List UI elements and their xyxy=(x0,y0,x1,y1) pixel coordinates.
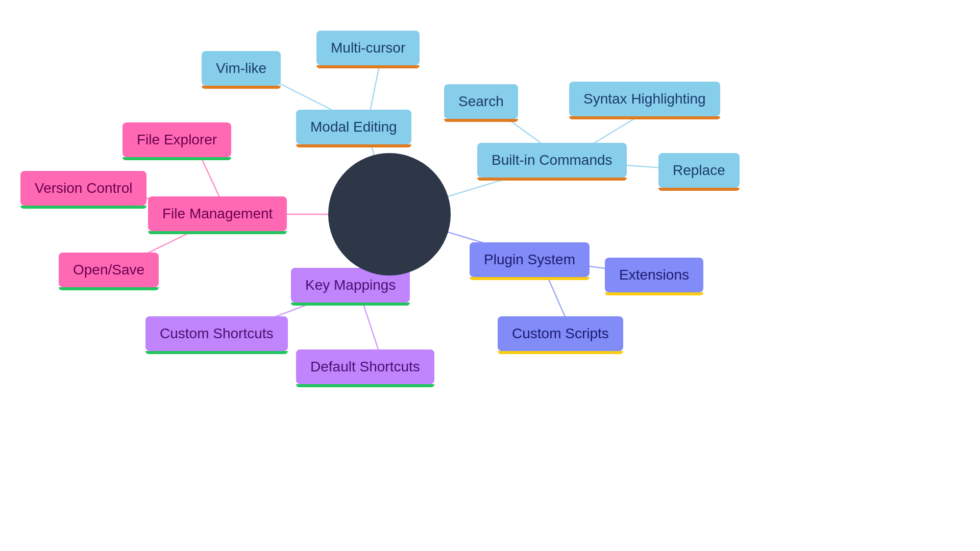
node-file_explorer: File Explorer xyxy=(122,122,231,157)
node-open_save: Open/Save xyxy=(59,253,159,287)
center-node xyxy=(328,153,451,276)
node-file_management: File Management xyxy=(148,196,287,231)
node-syntax_highlighting: Syntax Highlighting xyxy=(569,82,720,116)
node-plugin_system: Plugin System xyxy=(470,242,590,277)
node-search: Search xyxy=(444,84,518,119)
node-extensions: Extensions xyxy=(605,258,703,292)
node-replace: Replace xyxy=(658,153,740,188)
node-builtin_commands: Built-in Commands xyxy=(477,143,627,178)
node-vim_like: Vim-like xyxy=(202,51,281,86)
node-modal_editing: Modal Editing xyxy=(296,110,411,144)
node-default_shortcuts: Default Shortcuts xyxy=(296,349,434,384)
node-custom_shortcuts: Custom Shortcuts xyxy=(145,316,288,351)
node-version_control: Version Control xyxy=(20,171,146,206)
node-custom_scripts: Custom Scripts xyxy=(498,316,623,351)
node-multi_cursor: Multi-cursor xyxy=(316,31,420,65)
